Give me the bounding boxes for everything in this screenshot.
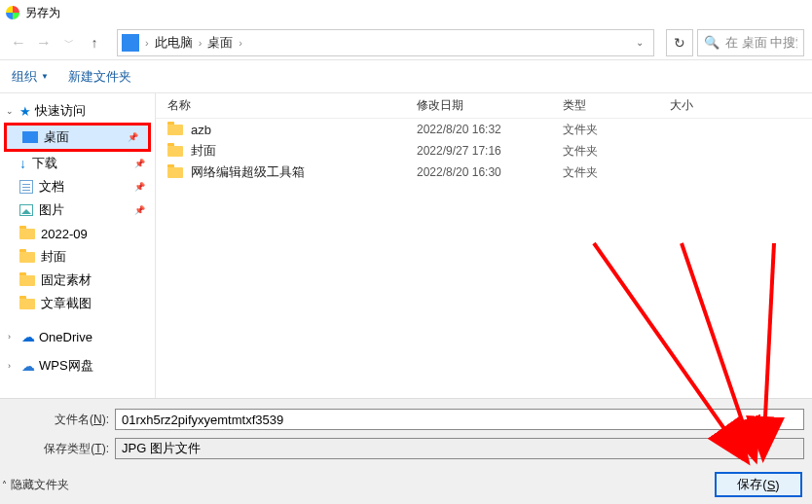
sidebar-item-documents[interactable]: 文档 <box>0 175 155 198</box>
folder-icon <box>167 125 183 135</box>
sidebar-item-folder[interactable]: 2022-09 <box>0 222 155 245</box>
breadcrumb-item[interactable]: 此电脑 <box>155 34 193 52</box>
folder-icon <box>19 275 35 286</box>
filetype-value: JPG 图片文件 <box>122 440 201 457</box>
file-area: 名称 修改日期 类型 大小 azb 2022/8/20 16:32 文件夹 封面… <box>156 93 812 398</box>
file-row[interactable]: 封面 2022/9/27 17:16 文件夹 <box>156 140 812 162</box>
refresh-button[interactable]: ↻ <box>666 29 693 56</box>
nav-recent-dropdown[interactable]: ﹀ <box>58 36 80 50</box>
sidebar-item-label: 文章截图 <box>41 295 92 312</box>
save-as-dialog: 另存为 ← → ﹀ ↑ › 此电脑 › 桌面 › ⌄ ↻ 🔍 在 桌面 中搜索 … <box>0 0 812 504</box>
sidebar: ⌄ ★ 快速访问 桌面 ↓ 下载 文档 图片 <box>0 93 156 398</box>
hide-folders-toggle[interactable]: ˄ 隐藏文件夹 <box>2 477 69 493</box>
filename-label: 文件名(N): <box>8 412 109 428</box>
sidebar-item-folder[interactable]: 封面 <box>0 245 155 269</box>
breadcrumb-sep: › <box>145 37 149 49</box>
wps-label: WPS网盘 <box>39 357 93 375</box>
address-bar[interactable]: › 此电脑 › 桌面 › ⌄ <box>117 29 654 56</box>
new-folder-button[interactable]: 新建文件夹 <box>68 68 131 86</box>
filetype-select[interactable]: JPG 图片文件 <box>115 438 804 459</box>
hide-folders-label: 隐藏文件夹 <box>11 477 69 493</box>
search-icon: 🔍 <box>704 35 720 50</box>
caret-icon: › <box>8 332 18 342</box>
sidebar-item-folder[interactable]: 文章截图 <box>0 292 155 315</box>
titlebar: 另存为 <box>0 0 812 25</box>
folder-icon <box>167 167 183 178</box>
dialog-body: ⌄ ★ 快速访问 桌面 ↓ 下载 文档 图片 <box>0 93 812 398</box>
sidebar-item-desktop[interactable]: 桌面 <box>7 126 148 149</box>
sidebar-item-label: 图片 <box>39 201 64 219</box>
filename-input[interactable] <box>115 409 804 430</box>
location-icon <box>122 34 139 52</box>
folder-icon <box>19 229 35 239</box>
breadcrumb-item[interactable]: 桌面 <box>207 34 233 52</box>
sidebar-item-label: 文档 <box>39 178 64 196</box>
save-button[interactable]: 保存(S) <box>715 472 802 497</box>
chevron-down-icon: ▼ <box>41 72 49 81</box>
sidebar-item-label: 下载 <box>32 155 57 172</box>
file-list: azb 2022/8/20 16:32 文件夹 封面 2022/9/27 17:… <box>156 119 812 398</box>
filetype-label: 保存类型(T): <box>8 441 109 457</box>
sidebar-item-label: 固定素材 <box>41 271 92 289</box>
file-date: 2022/9/27 17:16 <box>417 144 563 158</box>
breadcrumb-sep: › <box>199 37 203 49</box>
caret-icon: › <box>8 361 18 371</box>
search-placeholder: 在 桌面 中搜索 <box>725 34 797 52</box>
column-header-size[interactable]: 大小 <box>670 97 812 114</box>
file-name: 封面 <box>191 142 216 160</box>
star-icon: ★ <box>19 104 31 119</box>
file-date: 2022/8/20 16:30 <box>417 165 563 179</box>
file-row[interactable]: azb 2022/8/20 16:32 文件夹 <box>156 119 812 140</box>
folder-icon <box>19 252 35 263</box>
download-icon: ↓ <box>19 156 26 171</box>
column-header-date[interactable]: 修改日期 <box>417 97 563 114</box>
footer: ˄ 隐藏文件夹 保存(S) <box>0 465 812 504</box>
chevron-up-icon: ˄ <box>2 480 7 490</box>
document-icon <box>19 180 33 194</box>
column-header-type[interactable]: 类型 <box>563 97 670 114</box>
sidebar-item-downloads[interactable]: ↓ 下载 <box>0 152 155 175</box>
organize-label: 组织 <box>12 68 37 86</box>
nav-back-icon: ← <box>8 34 29 52</box>
file-type: 文件夹 <box>563 122 670 138</box>
app-icon <box>6 6 19 19</box>
breadcrumb-sep: › <box>239 37 242 49</box>
nav-forward-icon: → <box>33 34 55 52</box>
column-headers: 名称 修改日期 类型 大小 <box>156 93 812 119</box>
caret-icon: ⌄ <box>6 106 16 116</box>
cloud-icon: ☁ <box>21 329 35 344</box>
file-name: 网络编辑超级工具箱 <box>191 163 305 181</box>
organize-button[interactable]: 组织 ▼ <box>12 68 49 86</box>
sidebar-item-label: 2022-09 <box>41 227 88 241</box>
sidebar-quick-access[interactable]: ⌄ ★ 快速访问 <box>0 99 155 123</box>
address-dropdown-icon[interactable]: ⌄ <box>630 37 649 48</box>
bottom-panel: 文件名(N): 保存类型(T): JPG 图片文件 <box>0 398 812 465</box>
folder-icon <box>19 299 35 309</box>
sidebar-item-label: 桌面 <box>44 128 69 146</box>
column-header-name[interactable]: 名称 <box>167 97 417 114</box>
file-type: 文件夹 <box>563 143 670 160</box>
annotation-highlight: 桌面 <box>4 123 151 152</box>
refresh-icon: ↻ <box>674 35 685 51</box>
navbar: ← → ﹀ ↑ › 此电脑 › 桌面 › ⌄ ↻ 🔍 在 桌面 中搜索 <box>0 25 812 60</box>
window-title: 另存为 <box>25 5 60 21</box>
nav-up-icon[interactable]: ↑ <box>84 35 105 51</box>
quick-access-label: 快速访问 <box>35 102 86 120</box>
desktop-icon <box>22 131 38 143</box>
sidebar-item-label: 封面 <box>41 248 66 266</box>
file-type: 文件夹 <box>563 164 670 181</box>
filename-row: 文件名(N): <box>8 409 804 430</box>
cloud-icon: ☁ <box>21 358 35 374</box>
sidebar-onedrive[interactable]: › ☁ OneDrive <box>0 325 155 348</box>
sidebar-item-folder[interactable]: 固定素材 <box>0 269 155 292</box>
onedrive-label: OneDrive <box>39 330 92 344</box>
file-row[interactable]: 网络编辑超级工具箱 2022/8/20 16:30 文件夹 <box>156 162 812 183</box>
search-input[interactable]: 🔍 在 桌面 中搜索 <box>697 29 804 56</box>
sidebar-item-pictures[interactable]: 图片 <box>0 198 155 222</box>
file-date: 2022/8/20 16:32 <box>417 123 563 136</box>
new-folder-label: 新建文件夹 <box>68 68 131 86</box>
file-name: azb <box>191 123 211 137</box>
toolbar: 组织 ▼ 新建文件夹 <box>0 60 812 93</box>
filetype-row: 保存类型(T): JPG 图片文件 <box>8 438 804 459</box>
sidebar-wps[interactable]: › ☁ WPS网盘 <box>0 354 155 378</box>
